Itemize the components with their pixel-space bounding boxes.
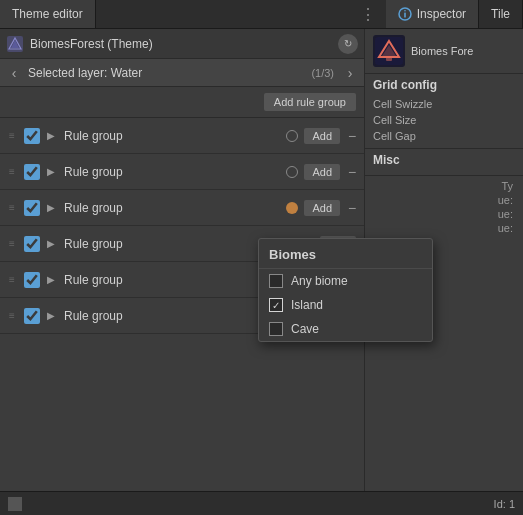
any-biome-label: Any biome [291, 274, 348, 288]
expand-icon[interactable]: ▶ [44, 237, 58, 251]
grid-config-title: Grid config [373, 78, 515, 92]
rule-color-radio[interactable] [286, 130, 298, 142]
rule-add-button[interactable]: Add [304, 200, 340, 216]
expand-icon[interactable]: ▶ [44, 201, 58, 215]
tile-tab-label: Tile [491, 7, 510, 21]
layer-next-button[interactable]: › [340, 63, 360, 83]
object-name: Biomes Fore [411, 45, 473, 57]
value-row-2: ue: [373, 208, 515, 220]
rule-row: ≡ ▶ Rule group Add − [0, 190, 364, 226]
drag-handle-icon[interactable]: ≡ [4, 310, 20, 321]
rule-remove-button[interactable]: − [344, 128, 360, 144]
add-rule-group-button[interactable]: Add rule group [264, 93, 356, 111]
dropdown-title: Biomes [259, 239, 432, 269]
tab-theme-editor[interactable]: Theme editor [0, 0, 96, 28]
layer-label: Selected layer: Water [24, 66, 311, 80]
dropdown-item-any-biome[interactable]: Any biome [259, 269, 432, 293]
rule-row: ≡ ▶ Rule group Add − [0, 154, 364, 190]
island-label: Island [291, 298, 323, 312]
rule-color-radio[interactable] [286, 166, 298, 178]
cell-gap-item[interactable]: Cell Gap [373, 128, 515, 144]
value-row-3: ue: [373, 222, 515, 234]
cave-checkbox[interactable] [269, 322, 283, 336]
drag-handle-icon[interactable]: ≡ [4, 202, 20, 213]
rule-row: ≡ ▶ Rule group Add − [0, 118, 364, 154]
rule-label: Rule group [58, 129, 286, 143]
rule-checkbox[interactable] [24, 200, 40, 216]
tab-inspector[interactable]: Inspector [386, 0, 479, 28]
value-row-1: ue: [373, 194, 515, 206]
rule-add-button[interactable]: Add [304, 164, 340, 180]
bottom-bar: Id: 1 [0, 491, 523, 515]
svg-rect-1 [404, 13, 406, 18]
grid-config-section: Grid config Cell Swizzle Cell Size Cell … [365, 74, 523, 149]
inspector-object-row: Biomes Fore [365, 29, 523, 74]
rule-label: Rule group [58, 201, 286, 215]
id-label: Id: 1 [494, 498, 515, 510]
add-rule-group-row: Add rule group [0, 87, 364, 118]
cell-size-item[interactable]: Cell Size [373, 112, 515, 128]
expand-icon[interactable]: ▶ [44, 309, 58, 323]
rule-checkbox[interactable] [24, 128, 40, 144]
layer-count: (1/3) [311, 67, 340, 79]
expand-icon[interactable]: ▶ [44, 129, 58, 143]
type-label: Ty [373, 180, 515, 192]
rule-remove-button[interactable]: − [344, 200, 360, 216]
theme-editor-tab-label: Theme editor [12, 7, 83, 21]
more-options-button[interactable]: ⋮ [350, 0, 386, 28]
expand-icon[interactable]: ▶ [44, 165, 58, 179]
rule-checkbox[interactable] [24, 272, 40, 288]
expand-icon[interactable]: ▶ [44, 273, 58, 287]
rule-checkbox[interactable] [24, 308, 40, 324]
rule-add-button[interactable]: Add [304, 128, 340, 144]
rule-remove-button[interactable]: − [344, 164, 360, 180]
dropdown-item-island[interactable]: Island [259, 293, 432, 317]
object-icon [373, 35, 405, 67]
biomes-theme-icon [6, 35, 24, 53]
top-bar-spacer [96, 0, 350, 28]
biomes-theme-title: BiomesForest (Theme) [30, 37, 338, 51]
dropdown-item-cave[interactable]: Cave [259, 317, 432, 341]
rule-label: Rule group [58, 165, 286, 179]
rule-checkbox[interactable] [24, 236, 40, 252]
top-bar: Theme editor ⋮ Inspector Tile [0, 0, 523, 29]
layer-prev-button[interactable]: ‹ [4, 63, 24, 83]
tab-tile[interactable]: Tile [479, 0, 523, 28]
biomes-dropdown: Biomes Any biome Island Cave [258, 238, 433, 342]
type-section: Ty ue: ue: ue: [365, 176, 523, 238]
drag-handle-icon[interactable]: ≡ [4, 166, 20, 177]
info-icon [398, 7, 412, 21]
biomes-header: BiomesForest (Theme) ↻ [0, 29, 364, 59]
drag-handle-icon[interactable]: ≡ [4, 130, 20, 141]
biomes-refresh-button[interactable]: ↻ [338, 34, 358, 54]
cave-label: Cave [291, 322, 319, 336]
misc-section: Misc [365, 149, 523, 176]
rule-color-dot [286, 202, 298, 214]
layer-row: ‹ Selected layer: Water (1/3) › [0, 59, 364, 87]
any-biome-checkbox[interactable] [269, 274, 283, 288]
bottom-icon [8, 497, 22, 511]
island-checkbox[interactable] [269, 298, 283, 312]
misc-title: Misc [373, 153, 515, 167]
svg-rect-9 [386, 57, 392, 61]
drag-handle-icon[interactable]: ≡ [4, 238, 20, 249]
svg-point-2 [404, 10, 406, 12]
cell-swizzle-item[interactable]: Cell Swizzle [373, 96, 515, 112]
rule-checkbox[interactable] [24, 164, 40, 180]
drag-handle-icon[interactable]: ≡ [4, 274, 20, 285]
inspector-tab-label: Inspector [417, 7, 466, 21]
